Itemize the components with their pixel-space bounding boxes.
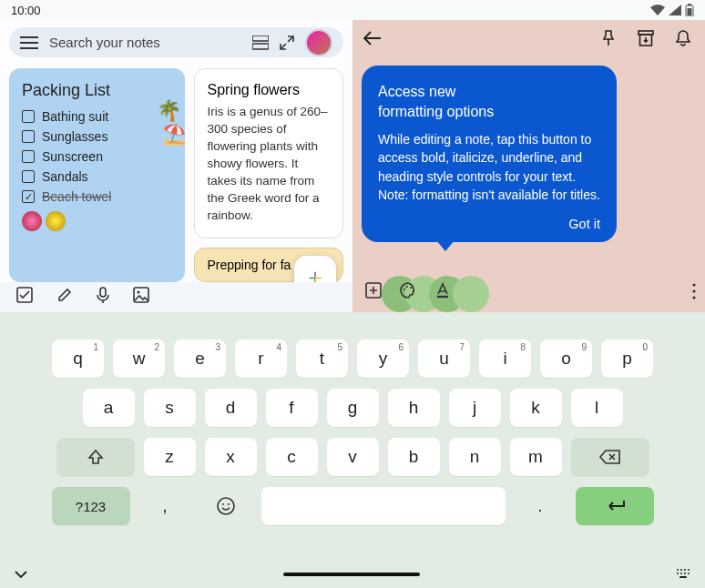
palette-icon[interactable]	[400, 282, 416, 302]
key-e[interactable]: e3	[174, 340, 226, 378]
checkbox-icon[interactable]	[16, 287, 33, 307]
key-shift[interactable]	[56, 438, 135, 476]
key-o[interactable]: o9	[540, 340, 592, 378]
key-i[interactable]: i8	[479, 340, 531, 378]
pin-icon[interactable]	[601, 30, 616, 50]
svg-point-20	[228, 503, 230, 505]
checklist-label: Sandals	[42, 169, 88, 184]
account-avatar[interactable]	[305, 29, 332, 56]
checklist-item[interactable]: Sunglasses	[22, 129, 172, 144]
checkbox-icon[interactable]	[22, 130, 35, 143]
checkbox-icon[interactable]	[22, 150, 35, 163]
avatar-2	[46, 211, 66, 231]
mic-icon[interactable]	[97, 287, 109, 307]
archive-icon[interactable]	[638, 30, 654, 50]
checklist-item[interactable]: Sunscreen	[22, 149, 172, 164]
key-z[interactable]: z	[144, 438, 196, 476]
key-q[interactable]: q1	[52, 340, 104, 378]
brush-icon[interactable]	[56, 287, 73, 307]
checkbox-icon[interactable]	[22, 170, 35, 183]
note-card-spring-flowers[interactable]: Spring flowers Iris is a genus of 260–30…	[194, 68, 344, 238]
svg-point-18	[218, 498, 234, 514]
search-bar[interactable]: Search your notes	[9, 27, 343, 57]
key-f[interactable]: f	[266, 389, 318, 427]
key-t[interactable]: t5	[296, 340, 348, 378]
nav-pill[interactable]	[283, 573, 420, 576]
key-d[interactable]: d	[205, 389, 257, 427]
key-y[interactable]: y6	[357, 340, 409, 378]
keyboard-settings-icon[interactable]	[676, 566, 690, 583]
reminder-icon[interactable]	[676, 30, 690, 50]
avatar-1	[22, 211, 42, 231]
editor-bottom-toolbar	[352, 272, 705, 312]
key-h[interactable]: h	[388, 389, 440, 427]
add-box-icon[interactable]	[365, 282, 382, 302]
svg-point-16	[692, 289, 695, 292]
note-card-packing-list[interactable]: 🌴 ⛱️ Packing List Bathing suitSunglasses…	[9, 68, 185, 281]
tooltip-dismiss-button[interactable]: Got it	[378, 217, 600, 231]
key-emoji[interactable]	[200, 487, 252, 525]
key-symbols[interactable]: ?123	[52, 487, 130, 525]
checklist-label: Sunscreen	[42, 149, 103, 164]
key-b[interactable]: b	[388, 438, 440, 476]
key-l[interactable]: l	[571, 389, 623, 427]
svg-point-17	[692, 296, 695, 299]
checklist-item[interactable]: Sandals	[22, 169, 172, 184]
checklist-item[interactable]: Bathing suit	[22, 109, 172, 124]
checkbox-icon[interactable]	[22, 110, 35, 123]
battery-icon	[685, 4, 694, 16]
hamburger-icon[interactable]	[20, 36, 38, 49]
key-x[interactable]: x	[205, 438, 257, 476]
key-a[interactable]: a	[83, 389, 135, 427]
svg-rect-2	[688, 8, 692, 15]
format-icon[interactable]	[434, 282, 451, 302]
key-period[interactable]: .	[515, 487, 567, 525]
svg-rect-4	[252, 44, 269, 49]
note-editor-pane: s spp.) nium x oxonianum)	[352, 20, 705, 312]
key-k[interactable]: k	[510, 389, 562, 427]
svg-point-13	[406, 286, 408, 288]
key-backspace[interactable]	[571, 438, 649, 476]
key-r[interactable]: r4	[235, 340, 287, 378]
svg-point-26	[680, 573, 682, 574]
key-c[interactable]: c	[266, 438, 318, 476]
system-navbar	[0, 566, 705, 583]
status-bar: 10:00	[0, 0, 705, 20]
key-enter[interactable]	[576, 487, 654, 525]
checklist-label: Bathing suit	[42, 109, 108, 124]
svg-point-15	[692, 283, 695, 286]
key-comma[interactable]: ,	[139, 487, 191, 525]
key-w[interactable]: w2	[113, 340, 165, 378]
view-toggle-icon[interactable]	[252, 35, 269, 50]
svg-point-24	[688, 569, 690, 571]
svg-point-8	[138, 291, 140, 294]
svg-rect-1	[688, 4, 691, 5]
key-n[interactable]: n	[449, 438, 501, 476]
soft-keyboard: q1w2e3r4t5y6u7i8o9p0 asdfghjkl zxcvbnm ?…	[0, 312, 705, 588]
back-icon[interactable]	[363, 31, 382, 49]
more-icon[interactable]	[692, 283, 696, 303]
key-m[interactable]: m	[510, 438, 562, 476]
checklist-label: Beach towel	[42, 189, 111, 204]
status-time: 10:00	[11, 4, 41, 17]
svg-point-23	[684, 569, 686, 571]
key-space[interactable]	[261, 487, 506, 525]
note-title: Packing List	[22, 81, 172, 100]
key-u[interactable]: u7	[418, 340, 470, 378]
note-title: Spring flowers	[208, 82, 331, 98]
expand-icon[interactable]	[280, 35, 294, 50]
svg-rect-29	[679, 576, 687, 578]
image-icon[interactable]	[133, 287, 149, 307]
key-j[interactable]: j	[449, 389, 501, 427]
svg-point-27	[684, 573, 686, 574]
collapse-keyboard-icon[interactable]	[15, 566, 27, 583]
key-g[interactable]: g	[327, 389, 379, 427]
signal-icon	[669, 5, 681, 15]
checkbox-icon[interactable]	[22, 190, 35, 203]
note-title: Prepping for fa	[208, 258, 291, 272]
checklist-item[interactable]: Beach towel	[22, 189, 172, 204]
key-p[interactable]: p0	[601, 340, 653, 378]
key-s[interactable]: s	[144, 389, 196, 427]
umbrella-illustration: ⛱️	[162, 123, 185, 147]
key-v[interactable]: v	[327, 438, 379, 476]
